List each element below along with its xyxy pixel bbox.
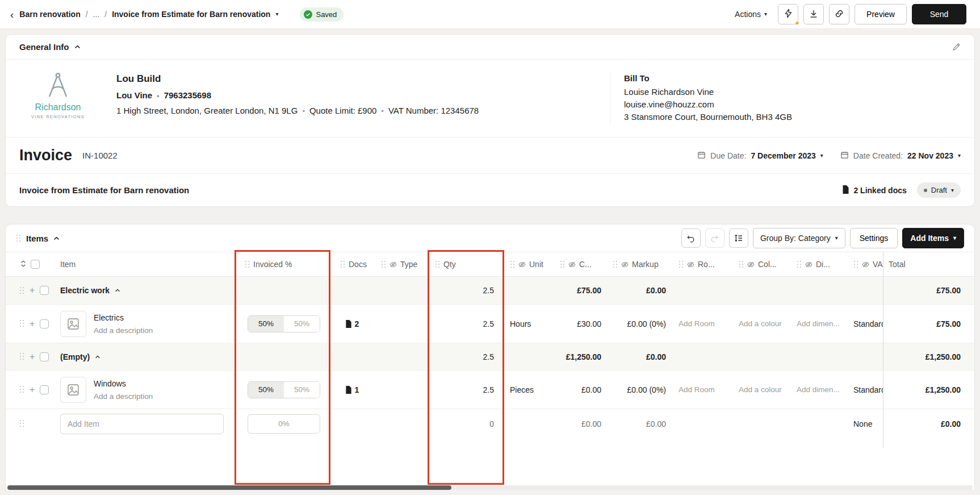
edit-pencil-icon[interactable] — [952, 43, 961, 51]
row-checkbox[interactable] — [40, 286, 49, 295]
room-cell[interactable]: Add Room — [671, 371, 732, 409]
add-row-icon[interactable]: + — [30, 319, 35, 329]
column-header-room[interactable]: Ro... — [671, 252, 732, 276]
add-description-link[interactable]: Add a description — [94, 326, 153, 335]
drag-handle-icon[interactable] — [16, 235, 21, 242]
column-header-item[interactable]: Item — [55, 252, 239, 276]
collapse-section-icon[interactable] — [74, 45, 81, 49]
row-order-button[interactable] — [729, 228, 748, 248]
column-header-markup[interactable]: Markup — [607, 252, 671, 276]
column-drag-icon[interactable] — [245, 261, 250, 268]
select-all-checkbox[interactable] — [31, 260, 40, 269]
send-button[interactable]: Send — [912, 4, 966, 24]
column-header-qty[interactable]: Qty — [429, 252, 503, 276]
dimensions-cell[interactable]: Add dimen... — [790, 305, 848, 343]
cost-cell[interactable]: £0.00 — [554, 409, 607, 438]
scrollbar-thumb[interactable] — [7, 485, 451, 490]
drag-handle-icon[interactable] — [19, 287, 24, 294]
column-drag-icon[interactable] — [797, 261, 802, 268]
invoiced-percent-input[interactable] — [248, 414, 320, 434]
add-row-icon[interactable]: + — [30, 285, 35, 296]
add-row-icon[interactable]: + — [30, 352, 35, 362]
collapse-all-icon[interactable] — [19, 260, 27, 269]
markup-cell[interactable]: £0.00 (0%) — [607, 305, 671, 343]
cost-cell[interactable]: £0.00 — [554, 371, 607, 409]
column-header-docs[interactable]: Docs — [329, 252, 375, 276]
unit-cell[interactable]: Pieces — [503, 371, 554, 409]
cost-cell[interactable]: £30.00 — [554, 305, 607, 343]
item-name[interactable]: Electrics — [94, 313, 153, 322]
unit-cell[interactable]: Hours — [503, 305, 554, 343]
preview-button[interactable]: Preview — [855, 4, 907, 24]
vat-cell[interactable]: None — [848, 409, 883, 438]
vat-cell[interactable]: Standard — [848, 305, 883, 343]
copy-link-button[interactable] — [829, 4, 849, 24]
qty-cell[interactable]: 2.5 — [429, 305, 503, 343]
actions-menu-button[interactable]: Actions ▾ — [735, 10, 767, 19]
breadcrumb-current[interactable]: Invoice from Estimate for Barn renovatio… — [112, 10, 270, 19]
caret-down-icon[interactable]: ▾ — [275, 11, 278, 17]
colour-cell[interactable]: Add a colour — [732, 371, 790, 409]
column-drag-icon[interactable] — [510, 261, 515, 268]
type-cell[interactable] — [375, 305, 429, 343]
linked-docs-button[interactable]: 2 Linked docs — [842, 185, 906, 195]
column-header-cost[interactable]: C... — [554, 252, 607, 276]
column-drag-icon[interactable] — [560, 261, 565, 268]
item-thumbnail[interactable] — [60, 311, 86, 337]
row-checkbox[interactable] — [40, 385, 49, 394]
qty-cell[interactable]: 0 — [429, 409, 503, 438]
drag-handle-icon[interactable] — [19, 386, 24, 393]
back-chevron-icon[interactable]: ‹ — [10, 9, 14, 20]
download-button[interactable] — [803, 4, 824, 24]
row-checkbox[interactable] — [40, 352, 49, 361]
invoice-name[interactable]: Invoice from Estimate for Barn renovatio… — [19, 185, 189, 195]
quick-actions-button[interactable]: ✦ — [778, 4, 798, 24]
drag-handle-icon[interactable] — [19, 353, 24, 360]
docs-cell[interactable]: 1 — [329, 371, 375, 409]
column-drag-icon[interactable] — [381, 261, 386, 268]
drag-handle-icon[interactable] — [19, 420, 24, 427]
column-drag-icon[interactable] — [679, 261, 684, 268]
group-by-select[interactable]: Group By: Category ▾ — [753, 228, 845, 248]
column-header-vat[interactable]: VA — [848, 252, 883, 276]
drag-handle-icon[interactable] — [19, 320, 24, 327]
collapse-category-icon[interactable] — [95, 355, 100, 359]
undo-button[interactable] — [681, 228, 701, 248]
column-header-type[interactable]: Type — [375, 252, 429, 276]
invoiced-percent-segment[interactable]: 50% — [248, 382, 284, 398]
collapse-category-icon[interactable] — [115, 289, 120, 292]
column-drag-icon[interactable] — [340, 261, 345, 268]
add-items-button[interactable]: Add Items ▾ — [902, 228, 964, 248]
column-header-unit[interactable]: Unit — [503, 252, 554, 276]
add-description-link[interactable]: Add a description — [94, 392, 153, 401]
row-checkbox[interactable] — [40, 319, 49, 328]
column-header-colour[interactable]: Col... — [732, 252, 790, 276]
room-cell[interactable]: Add Room — [671, 305, 732, 343]
add-row-icon[interactable]: + — [30, 385, 35, 395]
item-thumbnail[interactable] — [60, 377, 86, 403]
redo-button[interactable] — [705, 228, 724, 248]
column-drag-icon[interactable] — [613, 261, 618, 268]
qty-cell[interactable]: 2.5 — [429, 371, 503, 409]
type-cell[interactable] — [375, 371, 429, 409]
invoiced-percent-segment[interactable]: 50% — [248, 316, 284, 332]
dimensions-cell[interactable]: Add dimen... — [790, 371, 848, 409]
column-drag-icon[interactable] — [435, 261, 440, 268]
settings-button[interactable]: Settings — [850, 228, 898, 248]
column-header-dimensions[interactable]: Di... — [790, 252, 848, 276]
item-name[interactable]: Windows — [94, 379, 153, 388]
markup-cell[interactable]: £0.00 (0%) — [607, 371, 671, 409]
column-drag-icon[interactable] — [739, 261, 744, 268]
breadcrumb-project[interactable]: Barn renovation — [19, 10, 80, 19]
status-badge[interactable]: Draft ▾ — [917, 182, 961, 198]
invoiced-amount-segment[interactable]: 50% — [284, 316, 320, 332]
vat-cell[interactable]: Standard — [848, 371, 883, 409]
docs-cell[interactable]: 2 — [329, 305, 375, 343]
collapse-section-icon[interactable] — [53, 236, 60, 240]
invoiced-amount-segment[interactable]: 50% — [284, 382, 320, 398]
due-date-picker[interactable]: Due Date: 7 December 2023 ▾ — [697, 151, 823, 161]
markup-cell[interactable]: £0.00 — [607, 409, 671, 438]
date-created-picker[interactable]: Date Created: 22 Nov 2023 ▾ — [840, 151, 961, 161]
column-header-invoiced[interactable]: Invoiced % — [239, 252, 329, 276]
add-item-input[interactable] — [60, 414, 224, 434]
